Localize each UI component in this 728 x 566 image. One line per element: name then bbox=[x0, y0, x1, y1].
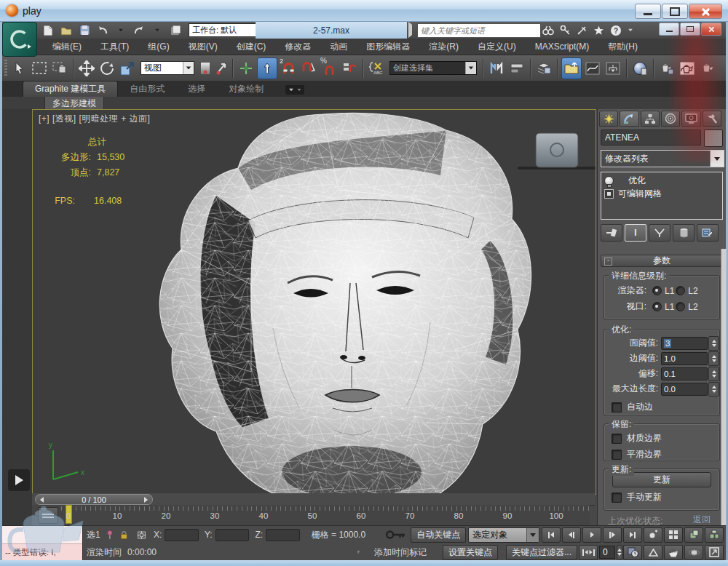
tab-display-icon[interactable] bbox=[681, 111, 700, 127]
use-pivot-center-icon[interactable] bbox=[198, 58, 213, 79]
stack-item-optimize[interactable]: 优化 bbox=[601, 174, 722, 187]
render-setup-icon[interactable] bbox=[657, 58, 676, 79]
max-edge-field[interactable]: 0.0 bbox=[661, 383, 708, 396]
percent-snap-toggle-icon[interactable]: % bbox=[320, 58, 339, 79]
modifier-list-dropdown[interactable]: 修改器列表 bbox=[601, 150, 724, 167]
maximize-button[interactable] bbox=[662, 4, 688, 19]
go-to-start-button[interactable] bbox=[542, 527, 561, 543]
undo-dropdown-icon[interactable] bbox=[113, 23, 129, 37]
menu-help[interactable]: 帮助(H) bbox=[598, 41, 647, 53]
make-unique-icon[interactable] bbox=[649, 224, 670, 242]
go-to-end-button[interactable] bbox=[623, 527, 642, 543]
previous-frame-arrow-icon[interactable] bbox=[40, 497, 44, 503]
viewport-label[interactable]: [+] [透视] [明暗处理 + 边面] bbox=[39, 113, 150, 125]
menu-customize[interactable]: 自定义(U) bbox=[468, 41, 526, 53]
selection-set-dropdown-icon[interactable] bbox=[465, 62, 476, 74]
named-selection-sets-icon[interactable]: ABC bbox=[367, 58, 386, 79]
pan-view-hand-icon[interactable] bbox=[664, 545, 683, 560]
select-object-icon[interactable] bbox=[9, 58, 28, 79]
ribbon-tab-freeform[interactable]: 自由形式 bbox=[118, 81, 176, 97]
max-minimize-button[interactable] bbox=[659, 23, 679, 36]
rectangular-selection-region-icon[interactable] bbox=[30, 58, 49, 79]
toolbar-handle[interactable] bbox=[4, 59, 8, 78]
material-editor-icon[interactable] bbox=[630, 58, 649, 79]
ribbon-tab-selection[interactable]: 选择 bbox=[176, 81, 217, 97]
parameters-rollout-header[interactable]: - 参数 bbox=[601, 255, 723, 267]
infocenter-expand-icon[interactable] bbox=[408, 25, 412, 35]
z-coordinate-field[interactable] bbox=[266, 529, 300, 541]
slate-object[interactable] bbox=[518, 133, 596, 170]
snaps-toggle-active-icon[interactable] bbox=[257, 57, 277, 79]
x-coordinate-field[interactable] bbox=[165, 529, 199, 541]
tab-create-icon[interactable] bbox=[599, 111, 618, 127]
reference-coordinate-system[interactable]: 视图 bbox=[141, 61, 194, 75]
configure-modifier-sets-icon[interactable] bbox=[697, 224, 719, 242]
bias-field[interactable]: 0.1 bbox=[661, 367, 708, 380]
selection-filter-dropdown[interactable]: 选定对象 bbox=[468, 527, 539, 543]
tab-utilities-icon[interactable] bbox=[703, 111, 721, 127]
keyboard-shortcut-override-icon[interactable] bbox=[237, 58, 256, 79]
next-frame-button[interactable] bbox=[603, 527, 622, 543]
menu-rendering[interactable]: 渲染(R) bbox=[419, 41, 468, 53]
keyable-icon[interactable] bbox=[501, 546, 503, 558]
undo-icon[interactable] bbox=[95, 23, 111, 37]
menu-group[interactable]: 组(G) bbox=[138, 41, 178, 53]
graphite-ribbon-toggle-icon[interactable] bbox=[561, 57, 582, 79]
next-frame-arrow-icon[interactable] bbox=[144, 497, 148, 503]
selection-lock-icon[interactable] bbox=[120, 530, 128, 541]
mirror-icon[interactable] bbox=[487, 58, 506, 79]
project-folder-icon[interactable] bbox=[167, 23, 183, 37]
curve-editor-icon[interactable] bbox=[583, 58, 602, 79]
layer-manager-icon[interactable] bbox=[534, 58, 553, 79]
listener-macro-pane[interactable] bbox=[2, 526, 82, 544]
manual-update-checkbox[interactable] bbox=[612, 493, 622, 503]
open-mini-curve-editor-icon[interactable] bbox=[38, 507, 58, 524]
search-input[interactable] bbox=[418, 24, 540, 37]
close-button[interactable] bbox=[689, 4, 722, 19]
previous-frame-button[interactable] bbox=[562, 527, 581, 543]
infocenter-search[interactable] bbox=[417, 23, 541, 38]
select-and-move-icon[interactable] bbox=[77, 58, 96, 79]
rollout-collapse-icon[interactable]: - bbox=[604, 258, 612, 266]
menu-edit[interactable]: 编辑(E) bbox=[43, 41, 91, 53]
rendered-frame-window-icon[interactable] bbox=[678, 58, 697, 79]
key-filters-button[interactable]: 关键点过滤器... bbox=[506, 545, 577, 560]
search-binoculars-icon[interactable] bbox=[542, 25, 554, 36]
coord-system-dropdown-icon[interactable] bbox=[183, 62, 194, 74]
spinner-snap-toggle-icon[interactable] bbox=[340, 58, 359, 79]
key-filters-grid-icon[interactable] bbox=[664, 527, 683, 543]
select-and-manipulate-icon[interactable] bbox=[214, 58, 229, 79]
face-threshold-spinner[interactable] bbox=[708, 336, 719, 351]
zoom-viewport-icon[interactable] bbox=[684, 527, 703, 543]
frame-spinner[interactable] bbox=[617, 545, 622, 559]
edge-threshold-spinner[interactable] bbox=[708, 351, 719, 366]
face-threshold-field[interactable]: 3 bbox=[661, 337, 708, 350]
tab-modify-icon[interactable] bbox=[620, 111, 638, 127]
object-color-swatch[interactable] bbox=[704, 129, 723, 147]
absolute-mode-transform-icon[interactable] bbox=[137, 530, 146, 541]
communication-center-icon[interactable] bbox=[577, 25, 587, 36]
orbit-view-icon[interactable] bbox=[684, 545, 703, 560]
zoom-all-icon[interactable] bbox=[705, 527, 724, 543]
tab-hierarchy-icon[interactable] bbox=[641, 111, 660, 127]
set-keys-key-icon[interactable] bbox=[386, 529, 406, 541]
menu-create[interactable]: 创建(C) bbox=[227, 41, 276, 53]
renderer-l1-radio[interactable] bbox=[652, 286, 662, 295]
time-slider-handle[interactable]: 0 / 100 bbox=[35, 494, 153, 505]
auto-key-button[interactable]: 自动关键点 bbox=[411, 527, 466, 543]
help-dropdown-icon[interactable] bbox=[628, 29, 633, 32]
minimize-button[interactable] bbox=[635, 4, 661, 19]
edge-threshold-field[interactable]: 1.0 bbox=[661, 352, 708, 365]
max-restore-button[interactable] bbox=[680, 23, 700, 36]
isolate-selection-icon[interactable] bbox=[106, 529, 114, 541]
material-boundary-checkbox[interactable] bbox=[612, 434, 622, 444]
menu-graph-editors[interactable]: 图形编辑器 bbox=[357, 41, 419, 53]
menu-tools[interactable]: 工具(T) bbox=[91, 41, 138, 53]
max-edge-spinner[interactable] bbox=[708, 382, 719, 396]
menu-views[interactable]: 视图(V) bbox=[179, 41, 227, 53]
ribbon-tab-object-paint[interactable]: 对象绘制 bbox=[217, 81, 275, 97]
renderer-l2-radio[interactable] bbox=[676, 286, 685, 295]
modifier-enabled-bulb-icon[interactable] bbox=[604, 176, 614, 186]
stack-item-editable-mesh[interactable]: 可编辑网格 bbox=[601, 187, 722, 200]
ribbon-minimize-icon[interactable] bbox=[285, 85, 304, 95]
